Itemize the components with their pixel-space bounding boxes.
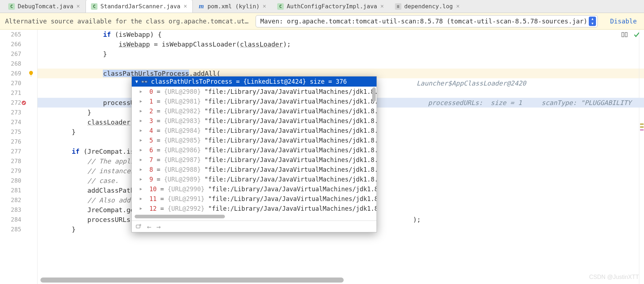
code-editor: 2652662672682692702712722732742752762772… bbox=[0, 30, 644, 284]
code-line[interactable] bbox=[38, 59, 644, 69]
expand-icon[interactable]: ▶ bbox=[140, 206, 142, 211]
debug-value-row[interactable]: ▶1={URL@2981}"file:/Library/Java/JavaVir… bbox=[132, 96, 377, 106]
expand-icon[interactable]: ▶ bbox=[140, 138, 142, 143]
expand-icon[interactable]: ▶ bbox=[140, 167, 142, 172]
debug-value-row[interactable]: ▶5={URL@2985}"file:/Library/Java/JavaVir… bbox=[132, 135, 377, 145]
editor-tab[interactable]: CStandardJarScanner.java✕ bbox=[86, 0, 193, 13]
editor-tab[interactable]: mpom.xml (kylin)✕ bbox=[193, 0, 272, 13]
editor-marker-strip[interactable] bbox=[639, 30, 644, 284]
gutter-line[interactable]: 268 bbox=[0, 59, 37, 69]
debug-value-row[interactable]: ▶3={URL@2983}"file:/Library/Java/JavaVir… bbox=[132, 116, 377, 126]
debug-value-text: "file:/Library/Java/JavaVirtualMachines/… bbox=[208, 185, 377, 193]
gutter-line[interactable]: 278 bbox=[0, 156, 37, 166]
gutter-line[interactable]: 280 bbox=[0, 176, 37, 185]
gutter-line[interactable]: 277 bbox=[0, 147, 37, 156]
debug-value-text: "file:/Library/Java/JavaVirtualMachines/… bbox=[208, 205, 377, 212]
expand-icon[interactable]: ▶ bbox=[140, 157, 142, 162]
editor-horizontal-scrollbar[interactable] bbox=[40, 278, 640, 283]
expand-icon[interactable]: ▶ bbox=[140, 128, 142, 133]
debug-value-row[interactable]: ▶2={URL@2982}"file:/Library/Java/JavaVir… bbox=[132, 106, 377, 116]
debug-value-row[interactable]: ▶9={URL@2989}"file:/Library/Java/JavaVir… bbox=[132, 174, 377, 184]
reader-mode-icon[interactable] bbox=[621, 31, 628, 38]
source-select-value: Maven: org.apache.tomcat:tomcat-util-sca… bbox=[260, 18, 589, 25]
expand-icon[interactable]: ▶ bbox=[140, 99, 142, 104]
debug-type: {URL@2992} bbox=[167, 205, 204, 212]
debug-type: {URL@2983} bbox=[164, 117, 201, 124]
debug-type: {URL@2981} bbox=[164, 98, 201, 105]
nav-back-icon[interactable]: ← bbox=[147, 222, 151, 231]
debug-value-text: "file:/Library/Java/JavaVirtualMachines/… bbox=[204, 117, 377, 124]
tab-label: DebugTomcat.java bbox=[18, 3, 73, 10]
gutter-line[interactable]: 275 bbox=[0, 127, 37, 137]
close-icon[interactable]: ✕ bbox=[456, 4, 460, 9]
gutter-line[interactable]: 281 bbox=[0, 185, 37, 195]
popup-horizontal-scrollbar[interactable] bbox=[135, 215, 225, 218]
nav-forward-icon[interactable]: → bbox=[156, 222, 161, 231]
close-icon[interactable]: ✕ bbox=[76, 4, 80, 9]
gutter-line[interactable]: 269 bbox=[0, 69, 37, 78]
debug-value-row[interactable]: ▶4={URL@2984}"file:/Library/Java/JavaVir… bbox=[132, 126, 377, 135]
close-icon[interactable]: ✕ bbox=[380, 4, 384, 9]
disable-link[interactable]: Disable bbox=[610, 18, 637, 25]
debug-value-row[interactable]: ▶11={URL@2991}"file:/Library/Java/JavaVi… bbox=[132, 194, 377, 204]
expand-icon[interactable]: ▶ bbox=[140, 196, 142, 201]
inline-debug-value: processedURLs: size = 1 scanType: "PLUGG… bbox=[420, 98, 631, 108]
close-icon[interactable]: ✕ bbox=[262, 4, 266, 9]
gutter-line[interactable]: 267 bbox=[0, 49, 37, 59]
popup-vertical-scrollbar[interactable] bbox=[372, 87, 376, 102]
editor-tab[interactable]: CDebugTomcat.java✕ bbox=[3, 0, 86, 13]
scrollbar-thumb[interactable] bbox=[40, 278, 344, 283]
expand-icon[interactable]: ▶ bbox=[140, 109, 142, 113]
gutter-line[interactable]: 273 bbox=[0, 108, 37, 117]
editor-gutter[interactable]: 2652662672682692702712722732742752762772… bbox=[0, 30, 38, 284]
debug-popup-header[interactable]: ▼ 👓 classPathUrlsToProcess = {LinkedList… bbox=[132, 77, 377, 87]
code-line[interactable]: } bbox=[38, 49, 644, 59]
debug-type: {URL@2984} bbox=[164, 127, 201, 134]
debug-value-row[interactable]: ▶6={URL@2986}"file:/Library/Java/JavaVir… bbox=[132, 145, 377, 155]
collapse-icon[interactable]: ▼ bbox=[135, 79, 138, 84]
debug-index: 7 bbox=[149, 156, 153, 163]
gutter-line[interactable]: 272 bbox=[0, 98, 37, 108]
breakpoint-icon[interactable] bbox=[19, 98, 29, 108]
gutter-line[interactable]: 282 bbox=[0, 195, 37, 205]
gutter-line[interactable]: 279 bbox=[0, 166, 37, 176]
expand-icon[interactable]: ▶ bbox=[140, 148, 142, 152]
gutter-line[interactable]: 284 bbox=[0, 215, 37, 224]
intention-bulb-icon[interactable] bbox=[26, 69, 36, 78]
debug-value-row[interactable]: ▶7={URL@2987}"file:/Library/Java/JavaVir… bbox=[132, 155, 377, 165]
gutter-line[interactable]: 271 bbox=[0, 88, 37, 98]
debug-value-row[interactable]: ▶12={URL@2992}"file:/Library/Java/JavaVi… bbox=[132, 204, 377, 213]
close-icon[interactable]: ✕ bbox=[183, 4, 187, 9]
debug-type: {URL@2986} bbox=[164, 147, 201, 154]
new-watch-icon[interactable] bbox=[135, 223, 142, 230]
watermark-text: CSDN @JustinXTT bbox=[589, 274, 639, 280]
expand-icon[interactable]: ▶ bbox=[140, 187, 142, 191]
debug-value-text: "file:/Library/Java/JavaVirtualMachines/… bbox=[204, 156, 377, 163]
debug-value-text: "file:/Library/Java/JavaVirtualMachines/… bbox=[204, 127, 377, 134]
gutter-line[interactable]: 270 bbox=[0, 78, 37, 88]
debug-value-row[interactable]: ▶0={URL@2980}"file:/Library/Java/JavaVir… bbox=[132, 87, 377, 96]
source-select[interactable]: Maven: org.apache.tomcat:tomcat-util-sca… bbox=[256, 15, 598, 27]
expand-icon[interactable]: ▶ bbox=[140, 118, 142, 123]
expand-icon[interactable]: ▶ bbox=[140, 89, 142, 94]
debug-popup-body[interactable]: ▶0={URL@2980}"file:/Library/Java/JavaVir… bbox=[132, 87, 377, 213]
expand-icon[interactable]: ▶ bbox=[140, 177, 142, 182]
gutter-line[interactable]: 283 bbox=[0, 205, 37, 215]
debug-value-popup[interactable]: ▼ 👓 classPathUrlsToProcess = {LinkedList… bbox=[131, 76, 377, 232]
editor-tab[interactable]: CAuthConfigFactoryImpl.java✕ bbox=[272, 0, 389, 13]
gutter-line[interactable]: 285 bbox=[0, 224, 37, 234]
gutter-line[interactable]: 276 bbox=[0, 137, 37, 147]
tab-label: pom.xml (kylin) bbox=[208, 3, 260, 10]
debug-value-text: "file:/Library/Java/JavaVirtualMachines/… bbox=[208, 195, 377, 202]
debug-index: 0 bbox=[149, 88, 153, 95]
debug-value-row[interactable]: ▶10={URL@2990}"file:/Library/Java/JavaVi… bbox=[132, 184, 377, 194]
gutter-line[interactable]: 274 bbox=[0, 117, 37, 127]
gutter-line[interactable]: 265 bbox=[0, 30, 37, 39]
code-line[interactable]: if (isWebapp) { bbox=[38, 30, 644, 39]
debug-value-row[interactable]: ▶8={URL@2988}"file:/Library/Java/JavaVir… bbox=[132, 165, 377, 174]
code-line[interactable]: isWebapp = isWebappClassLoader(classLoad… bbox=[38, 39, 644, 49]
java-file-icon: C bbox=[91, 3, 97, 10]
gutter-line[interactable]: 266 bbox=[0, 39, 37, 49]
select-stepper-icon[interactable]: ▲▼ bbox=[589, 17, 596, 26]
editor-tab[interactable]: ≡dependency.log✕ bbox=[390, 0, 465, 13]
